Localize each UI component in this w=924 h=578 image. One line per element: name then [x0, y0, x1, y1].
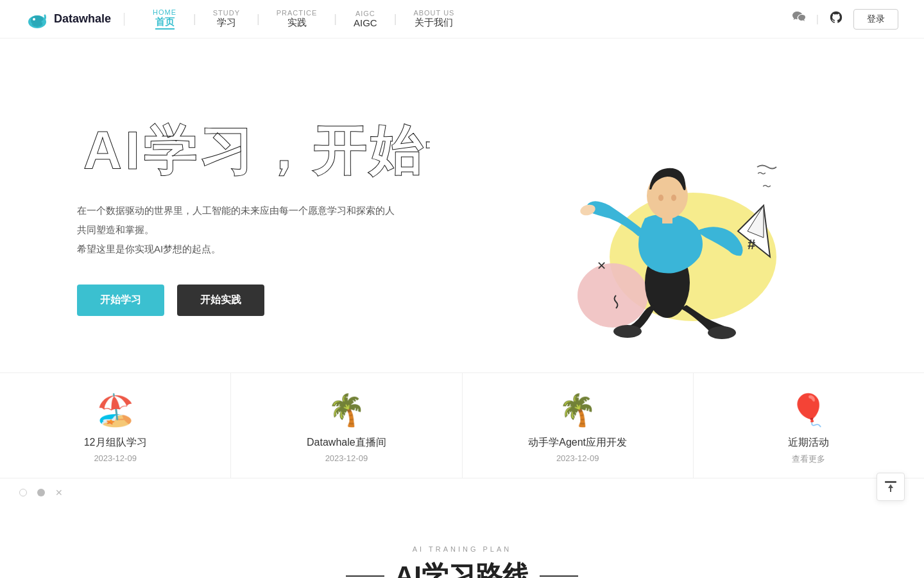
dot-dark-1	[37, 489, 45, 496]
logo-link[interactable]: Datawhale	[26, 8, 111, 31]
scroll-top-icon	[884, 480, 897, 493]
nav-sep-2: |	[257, 12, 260, 26]
svg-point-15	[671, 195, 676, 201]
lp-title-row: AI学习路线	[0, 558, 924, 578]
dot-empty-1	[19, 489, 27, 496]
nav-item-aigc[interactable]: AIGC AIGC	[338, 10, 393, 28]
wechat-icon[interactable]	[792, 10, 806, 28]
nav-links: HOME 首页 | STUDY 学习 | PRACTICE 实践 | AIGC …	[137, 8, 792, 30]
card-emoji-2: 🌴	[327, 392, 366, 428]
nav-sep-3: |	[334, 12, 337, 26]
navbar-right: | 登录	[792, 9, 898, 30]
scroll-top-button[interactable]	[877, 473, 905, 501]
hero-illustration: ✕ 〜 〜	[520, 77, 789, 347]
nav-home-en: HOME	[153, 8, 176, 16]
card-title-1: 12月组队学习	[84, 436, 147, 450]
card-emoji-3: 🌴	[558, 392, 597, 428]
lp-label: AI TRANING PLAN	[0, 545, 924, 553]
card-date-4: 查看更多	[792, 453, 825, 465]
navbar-icon-divider: |	[816, 13, 819, 25]
card-date-3: 2023-12-09	[556, 453, 599, 463]
nav-about-zh: 关于我们	[415, 17, 453, 29]
start-learning-button[interactable]: 开始学习	[77, 285, 164, 316]
svg-text:〜: 〜	[757, 168, 766, 179]
svg-point-14	[658, 195, 663, 201]
cards-section: 🏖️ 12月组队学习 2023-12-09 🌴 Datawhale直播间 202…	[0, 372, 924, 478]
logo-text: Datawhale	[54, 12, 111, 26]
svg-point-5	[578, 263, 648, 328]
nav-study-en: STUDY	[213, 9, 240, 17]
dots-row-1: ✕	[0, 478, 924, 507]
nav-item-study[interactable]: STUDY 学习	[198, 9, 255, 29]
lp-title: AI学习路线	[395, 558, 529, 578]
card-emoji-4: 🎈	[789, 392, 828, 428]
nav-aigc-en: AIGC	[355, 10, 375, 17]
github-icon[interactable]	[829, 10, 843, 28]
card-date-2: 2023-12-09	[325, 453, 368, 463]
card-title-3: 动手学Agent应用开发	[528, 436, 627, 450]
svg-text:✕: ✕	[597, 259, 606, 272]
nav-study-zh: 学习	[217, 17, 236, 29]
login-button[interactable]: 登录	[853, 9, 898, 30]
nav-sep-4: |	[394, 12, 397, 26]
nav-item-about[interactable]: ABOUT US 关于我们	[398, 9, 470, 29]
hero-buttons: 开始学习 开始实践	[77, 285, 462, 316]
svg-rect-20	[885, 481, 896, 483]
hero-right: ✕ 〜 〜	[462, 77, 847, 347]
svg-text:AI学习，开始于此: AI学习，开始于此	[83, 120, 430, 180]
navbar: Datawhale HOME 首页 | STUDY 学习 | PRACTICE …	[0, 0, 924, 39]
card-emoji-1: 🏖️	[96, 392, 135, 428]
hero-title-svg: AI学习，开始于此	[77, 109, 430, 186]
nav-item-home[interactable]: HOME 首页	[137, 8, 192, 30]
nav-sep-1: |	[193, 12, 196, 26]
nav-divider-1	[124, 13, 124, 26]
nav-aigc-zh: AIGC	[354, 17, 377, 28]
svg-point-2	[33, 18, 35, 21]
nav-about-en: ABOUT US	[413, 9, 454, 17]
card-title-4: 近期活动	[788, 436, 829, 450]
card-date-1: 2023-12-09	[94, 453, 137, 463]
nav-practice-zh: 实践	[287, 17, 307, 29]
svg-point-11	[708, 326, 736, 339]
card-title-2: Datawhale直播间	[307, 436, 386, 450]
lp-dash-left	[346, 575, 384, 577]
hero-desc-line1: 在一个数据驱动的世界里，人工智能的未来应由每一个愿意学习和探索的人共同塑造和掌握…	[77, 205, 395, 235]
card-item-3[interactable]: 🌴 动手学Agent应用开发 2023-12-09	[463, 373, 694, 478]
start-practice-button[interactable]: 开始实践	[177, 285, 264, 316]
hero-section: AI学习，开始于此 在一个数据驱动的世界里，人工智能的未来应由每一个愿意学习和探…	[0, 39, 924, 372]
card-item-2[interactable]: 🌴 Datawhale直播间 2023-12-09	[231, 373, 462, 478]
card-item-4[interactable]: 🎈 近期活动 查看更多	[694, 373, 924, 478]
svg-text:#: #	[748, 236, 755, 252]
svg-rect-16	[662, 216, 672, 223]
hero-desc: 在一个数据驱动的世界里，人工智能的未来应由每一个愿意学习和探索的人共同塑造和掌握…	[77, 201, 398, 259]
cross-icon-1: ✕	[55, 487, 63, 498]
hero-left: AI学习，开始于此 在一个数据驱动的世界里，人工智能的未来应由每一个愿意学习和探…	[77, 109, 462, 316]
svg-text:〜: 〜	[762, 181, 771, 191]
lp-dash-right	[540, 575, 578, 577]
learning-path-section: AI TRANING PLAN AI学习路线 给初涉AI的你，提供一份切实可行的…	[0, 507, 924, 578]
svg-point-10	[613, 325, 642, 338]
logo-whale-icon	[26, 8, 49, 31]
nav-item-practice[interactable]: PRACTICE 实践	[261, 9, 333, 29]
hero-desc-line2: 希望这里是你实现AI梦想的起点。	[77, 243, 221, 254]
nav-practice-en: PRACTICE	[277, 9, 318, 17]
nav-home-zh: 首页	[155, 16, 175, 30]
card-item-1[interactable]: 🏖️ 12月组队学习 2023-12-09	[0, 373, 231, 478]
